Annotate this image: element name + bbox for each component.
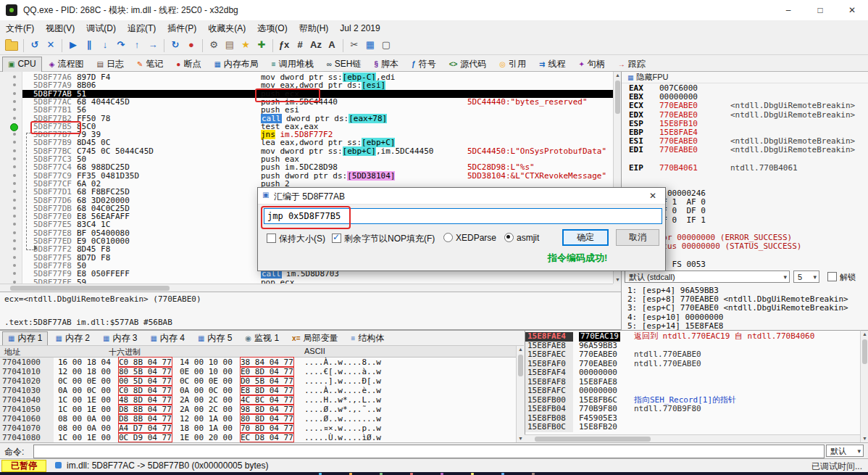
patches-icon[interactable]: ✚ xyxy=(254,38,269,52)
hash-icon[interactable]: # xyxy=(293,38,307,52)
dump-row[interactable]: 7704101012 00 18 0080 5B 04 770E 00 10 0… xyxy=(0,367,516,376)
scroll-thumb[interactable] xyxy=(535,437,651,442)
nop-fill-checkbox[interactable] xyxy=(332,234,341,243)
scroll-thumb[interactable] xyxy=(862,339,867,364)
animate-icon[interactable]: ↻ xyxy=(168,38,183,52)
disasm-address[interactable]: 5D8F77B1 xyxy=(33,106,72,114)
dump-row[interactable]: 770410300A 00 0C 00C0 8D 04 770A 00 0C 0… xyxy=(0,386,516,395)
memory-map-tool-icon[interactable]: ▦ xyxy=(363,38,377,52)
stack-row[interactable]: 15E8FAF815E8FAE8 xyxy=(525,378,861,387)
unlock-checkbox[interactable] xyxy=(827,272,837,281)
menu-item[interactable]: 帮助(H) xyxy=(293,20,335,37)
tab-references[interactable]: ◎引用 xyxy=(493,57,532,73)
dump-row[interactable]: 770410501C 00 1E 00D8 8B 04 772A 00 2C 0… xyxy=(0,405,516,414)
disasm-address[interactable]: 5D8F77B9 xyxy=(33,139,72,146)
disasm-address[interactable]: 5D8F77D1 xyxy=(33,188,72,196)
disasm-address[interactable]: 5D8F77C4 xyxy=(33,163,72,171)
disasm-row[interactable]: 5D8F77A98B06mov eax,dword ptr ds:[esi] xyxy=(0,81,613,89)
run-icon[interactable]: ▶ xyxy=(66,38,80,52)
breakpoint-dot[interactable] xyxy=(10,123,18,131)
open-file-icon[interactable] xyxy=(5,41,18,51)
command-input[interactable] xyxy=(33,445,825,458)
step-over-icon[interactable]: ↷ xyxy=(114,38,128,52)
memory-dump[interactable]: 地址 十六进制 ASCII 7704100016 00 18 04C0 8B 0… xyxy=(0,345,516,443)
ok-button[interactable]: 确定 xyxy=(562,229,609,246)
disasm-address[interactable]: 5D8F77F9 xyxy=(33,270,72,278)
tab-handles[interactable]: ✦句柄 xyxy=(572,57,610,73)
dialog-title-bar[interactable]: ▣ 汇编于 5D8F77AB ✕ xyxy=(258,188,665,205)
tab-threads[interactable]: ⇉线程 xyxy=(533,57,571,73)
hide-fpu-label[interactable]: 隐藏FPU xyxy=(637,73,669,81)
unlock-checkbox-row[interactable]: 解锁 xyxy=(827,272,856,283)
stack-hscrollbar[interactable] xyxy=(525,434,860,442)
preferences-az-icon[interactable]: Az xyxy=(309,38,323,52)
stack-row[interactable]: 15E8FAE4770EAC19返回到 ntdll.770EAC19 自 ntd… xyxy=(525,332,861,342)
tab-memory-map[interactable]: ▦内存布局 xyxy=(208,57,264,73)
notes-window-icon[interactable]: ▢ xyxy=(379,38,393,52)
restart-icon[interactable]: ↺ xyxy=(28,38,42,52)
menu-item[interactable]: Jul 2 2019 xyxy=(334,21,385,36)
register-row[interactable] xyxy=(622,155,868,164)
asmjit-option[interactable]: asmjit xyxy=(504,233,539,243)
calculator-fx-icon[interactable]: ƒx xyxy=(277,38,291,52)
snippets-icon[interactable]: ✂ xyxy=(347,38,362,52)
tab-dump-2[interactable]: ▦内存 2 xyxy=(49,331,95,346)
scroll-up-icon[interactable]: ▲ xyxy=(614,72,621,79)
tab-struct[interactable]: ≡结构体 xyxy=(346,331,391,346)
xedparse-radio[interactable] xyxy=(443,233,453,242)
dialog-close-button[interactable]: ✕ xyxy=(640,188,665,205)
disasm-address[interactable]: 5D8F77A9 xyxy=(33,81,72,89)
disasm-address[interactable]: 5D8F77E5 xyxy=(33,220,72,228)
command-script-dropdown[interactable]: 默认 xyxy=(826,445,864,457)
disasm-row[interactable]: 5D8F77FE59pop ecx xyxy=(0,278,613,284)
calling-convention-select[interactable]: 默认 (stdcall) xyxy=(625,270,790,283)
pause-icon[interactable]: ∥ xyxy=(82,38,96,52)
close-debuggee-icon[interactable]: ✕ xyxy=(43,38,58,52)
assemble-dialog[interactable]: ▣ 汇编于 5D8F77AB ✕ 保持大小(S) 剩余字节以NOP填充(F) X… xyxy=(257,187,666,271)
dump-row[interactable]: 770410200C 00 0E 0000 5D 04 770C 00 0E 0… xyxy=(0,376,516,386)
menu-item[interactable]: 插件(P) xyxy=(162,20,202,37)
argument-depth-select[interactable]: 5 xyxy=(793,270,819,283)
tab-dump-4[interactable]: ▦内存 4 xyxy=(144,331,190,346)
minimize-button[interactable]: – xyxy=(772,0,804,20)
dump-row[interactable]: 770410401C 00 1E 0048 8D 04 772A 00 2C 0… xyxy=(0,395,516,405)
asmjit-radio[interactable] xyxy=(504,233,514,242)
disasm-row[interactable]: 5D8F77BCC745 0C 5044C45Dmov dword ptr ss… xyxy=(0,147,613,155)
tab-call-stack[interactable]: ≡调用堆栈 xyxy=(266,57,320,73)
stack-row[interactable]: 15E8FAF400000000 xyxy=(525,368,861,378)
register-row[interactable]: ESP15E8FB10 xyxy=(622,120,868,128)
disasm-address[interactable]: 5D8F77FE xyxy=(33,278,72,284)
tab-log[interactable]: ▤日志 xyxy=(91,57,130,73)
scroll-up-icon[interactable]: ▲ xyxy=(861,331,868,338)
scroll-thumb[interactable] xyxy=(615,80,620,114)
step-into-icon[interactable]: ↓ xyxy=(98,38,112,52)
tab-locals[interactable]: x=局部变量 xyxy=(286,331,343,346)
menu-item[interactable]: 视图(V) xyxy=(40,20,80,37)
nop-fill-option[interactable]: 剩余字节以NOP填充(F) xyxy=(332,233,435,245)
dump-vscrollbar[interactable]: ▲ ▼ xyxy=(516,345,524,442)
keep-size-option[interactable]: 保持大小(S) xyxy=(267,233,325,245)
xedparse-option[interactable]: XEDParse xyxy=(443,233,496,243)
register-row[interactable]: EIP770B4061ntdll.770B4061 xyxy=(622,164,868,173)
tab-dump-3[interactable]: ▦内存 3 xyxy=(97,331,143,346)
dump-row[interactable]: 7704107008 00 0A 00A4 D7 04 7718 00 1A 0… xyxy=(0,424,516,433)
tab-breakpoints[interactable]: ●断点 xyxy=(170,57,206,73)
disasm-address[interactable]: 5D8F77F2 xyxy=(33,245,72,253)
menu-item[interactable]: 选项(O) xyxy=(251,20,293,37)
breakpoint-gutter[interactable] xyxy=(0,72,22,284)
disasm-row[interactable]: 5D8F77AC68 4044C45Dpush im.5DC444405DC44… xyxy=(0,98,613,106)
cancel-button[interactable]: 取消 xyxy=(616,229,659,246)
menu-item[interactable]: 调试(D) xyxy=(80,20,122,37)
assembly-instruction-input[interactable] xyxy=(264,208,662,224)
scroll-up-icon[interactable]: ▲ xyxy=(517,346,524,353)
stack-row[interactable]: 15E8FB08F45905E3 xyxy=(525,414,861,424)
scroll-thumb[interactable] xyxy=(518,355,523,376)
tab-watch-1[interactable]: ◉监视 1 xyxy=(239,331,285,346)
register-row[interactable]: EAX007C6000 xyxy=(622,84,868,93)
register-row[interactable]: EDX770EABE0<ntdll.DbgUiRemoteBreakin> xyxy=(622,111,868,120)
tab-seh-chain[interactable]: ∞SEH链 xyxy=(321,57,367,73)
stack-view[interactable]: 15E8FAE4770EAC19返回到 ntdll.770EAC19 自 ntd… xyxy=(525,330,861,442)
log-window-icon[interactable]: ▤ xyxy=(222,38,237,52)
maximize-button[interactable]: □ xyxy=(804,0,836,20)
stack-row[interactable]: 15E8FAEC770EABE0ntdll.770EABE0 xyxy=(525,350,861,360)
